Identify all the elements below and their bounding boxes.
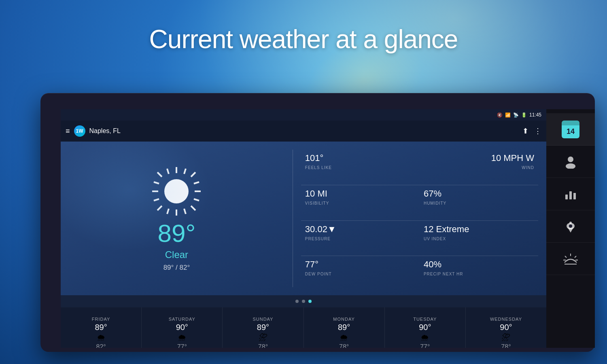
status-bar: 🔇 📶 📡 🔋 11:45	[61, 109, 546, 121]
svg-line-26	[194, 182, 199, 184]
wind-label: WIND	[522, 165, 534, 170]
person-icon	[564, 155, 577, 169]
sidebar-item-sunrise[interactable]	[546, 243, 595, 275]
forecast-low-2: 78°	[258, 343, 268, 348]
visibility-stat: 10 MI VISIBILITY	[301, 185, 420, 221]
forecast-day-name-3: MONDAY	[333, 317, 354, 322]
visibility-value: 10 MI	[305, 188, 416, 199]
forecast-icon-4: 🌧	[420, 333, 429, 342]
sun-icon	[150, 165, 203, 218]
humidity-value: 67%	[424, 188, 534, 199]
forecast-high-3: 89°	[338, 323, 350, 332]
share-icon[interactable]: ⬆	[522, 127, 528, 135]
humidity-stat: 67% HUMIDITY	[420, 185, 538, 221]
svg-line-22	[167, 169, 169, 174]
dot-2[interactable]	[302, 300, 305, 303]
sunrise-icon	[562, 252, 579, 266]
hamburger-menu[interactable]: ≡	[66, 127, 70, 135]
temp-range: 89° / 82°	[163, 264, 190, 272]
signal-icon: 📡	[513, 112, 519, 118]
forecast-bar: FRIDAY 89° 🌧 82° SATURDAY 90° 🌧 77° SUND…	[61, 307, 546, 348]
sidebar-item-chart[interactable]	[546, 178, 595, 210]
right-panel: 101° FEELS LIKE 10 MPH W WIND 10 MI VISI…	[293, 142, 546, 295]
forecast-saturday: SATURDAY 90° 🌧 77°	[142, 307, 223, 348]
feels-like-stat: 101° FEELS LIKE	[301, 150, 420, 185]
forecast-low-3: 78°	[339, 343, 349, 348]
forecast-day-name-0: FRIDAY	[92, 317, 110, 322]
app-bar: ≡ 1W Naples, FL ⬆ ⋮	[61, 121, 546, 142]
forecast-low-0: 82°	[96, 343, 106, 348]
forecast-low-4: 77°	[420, 343, 430, 348]
forecast-high-1: 90°	[176, 323, 188, 332]
humidity-label: HUMIDITY	[424, 201, 446, 205]
svg-line-23	[184, 169, 186, 174]
forecast-low-5: 78°	[501, 343, 511, 348]
forecast-monday: MONDAY 89° 🌧 78°	[304, 307, 385, 348]
dew-point-stat: 77° DEW POINT	[301, 256, 420, 291]
forecast-tuesday: TUESDAY 90° 🌧 77°	[385, 307, 466, 348]
dot-3[interactable]	[308, 300, 312, 303]
forecast-high-4: 90°	[419, 323, 431, 332]
forecast-friday: FRIDAY 89° 🌧 82°	[61, 307, 142, 348]
dots-indicator	[61, 295, 546, 307]
app-bar-actions: ⬆ ⋮	[522, 127, 541, 135]
forecast-wednesday: WEDNESDAY 90° ⛈ 78°	[466, 307, 546, 348]
svg-point-0	[568, 157, 573, 162]
forecast-high-0: 89°	[95, 323, 107, 332]
visibility-label: VISIBILITY	[305, 201, 329, 205]
forecast-high-5: 90°	[500, 323, 512, 332]
dew-point-label: DEW POINT	[305, 272, 332, 276]
precip-label: PRECIP NEXT HR	[424, 272, 463, 276]
weather-content: 89° Clear 89° / 82° 101° FEELS LIKE 10 M…	[61, 142, 546, 295]
svg-line-10	[575, 256, 576, 258]
svg-point-30	[164, 179, 189, 203]
forecast-sunday: SUNDAY 89° ⛈ 78°	[223, 307, 304, 348]
forecast-icon-0: 🌧	[97, 333, 106, 342]
forecast-high-2: 89°	[257, 323, 269, 332]
dot-1[interactable]	[295, 300, 299, 303]
calendar-icon: 14	[562, 121, 579, 138]
sun-icon-container	[150, 165, 203, 218]
sidebar-item-calendar[interactable]: 14	[546, 113, 595, 146]
svg-point-1	[566, 163, 575, 169]
svg-line-25	[154, 199, 159, 201]
wind-stat: 10 MPH W WIND	[420, 150, 538, 185]
svg-line-19	[191, 206, 195, 210]
sidebar-item-location[interactable]	[546, 210, 595, 243]
mute-icon: 🔇	[497, 112, 503, 118]
feels-like-value: 101°	[305, 153, 416, 163]
more-options-icon[interactable]: ⋮	[534, 127, 541, 135]
sidebar-item-profile[interactable]	[546, 146, 595, 178]
svg-point-7	[569, 224, 572, 228]
forecast-icon-1: 🌧	[178, 333, 187, 342]
tablet-screen: 🔇 📶 📡 🔋 11:45 ≡ 1W Naples, FL ⬆ ⋮	[61, 109, 546, 348]
svg-line-27	[194, 199, 199, 201]
page-title: Current weather at a glance	[0, 24, 607, 54]
current-temperature: 89°	[158, 221, 196, 246]
svg-line-18	[157, 172, 162, 177]
forecast-day-name-1: SATURDAY	[169, 317, 195, 322]
svg-line-20	[191, 172, 195, 177]
left-panel: 89° Clear 89° / 82°	[61, 142, 293, 295]
app-logo: 1W	[74, 125, 85, 137]
right-sidebar: 14	[546, 109, 595, 348]
precip-stat: 40% PRECIP NEXT HR	[420, 256, 538, 291]
uv-index-label: UV INDEX	[424, 237, 446, 241]
svg-line-9	[565, 256, 567, 258]
app-location: Naples, FL	[89, 127, 518, 135]
tablet-frame: 14	[40, 93, 595, 352]
weather-condition: Clear	[165, 249, 188, 260]
svg-rect-3	[569, 191, 572, 199]
svg-rect-2	[565, 195, 568, 199]
svg-line-28	[167, 209, 169, 214]
svg-line-21	[157, 206, 162, 210]
calendar-date: 14	[567, 127, 575, 136]
forecast-day-name-4: TUESDAY	[413, 317, 437, 322]
status-time: 11:45	[529, 112, 541, 118]
forecast-icon-5: ⛈	[501, 333, 510, 342]
forecast-icon-2: ⛈	[259, 333, 267, 342]
location-icon	[564, 220, 577, 233]
svg-line-29	[184, 209, 186, 214]
forecast-icon-3: 🌧	[340, 333, 348, 342]
forecast-low-1: 77°	[177, 343, 187, 348]
